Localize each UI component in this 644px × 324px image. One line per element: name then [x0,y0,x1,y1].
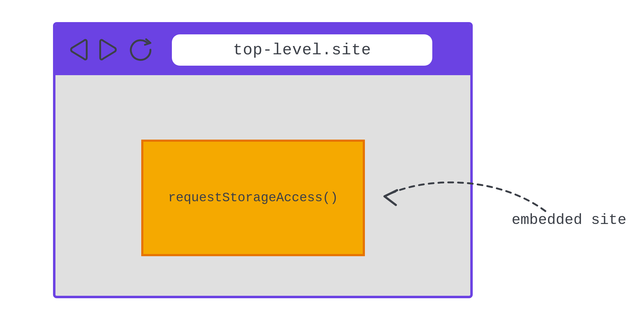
forward-icon[interactable] [98,37,119,63]
embedded-site-box: requestStorageAccess() [141,140,365,256]
browser-content-area: requestStorageAccess() [55,75,470,296]
url-text: top-level.site [233,41,371,59]
url-bar[interactable]: top-level.site [172,34,432,66]
back-icon[interactable] [68,37,89,63]
embedded-site-code: requestStorageAccess() [168,191,338,205]
nav-button-group [68,37,153,63]
annotation-label: embedded site [512,212,626,228]
browser-window: top-level.site requestStorageAccess() [53,22,473,298]
browser-header: top-level.site [55,25,470,75]
diagram-canvas: top-level.site requestStorageAccess() em… [0,0,644,324]
reload-icon[interactable] [128,37,153,63]
